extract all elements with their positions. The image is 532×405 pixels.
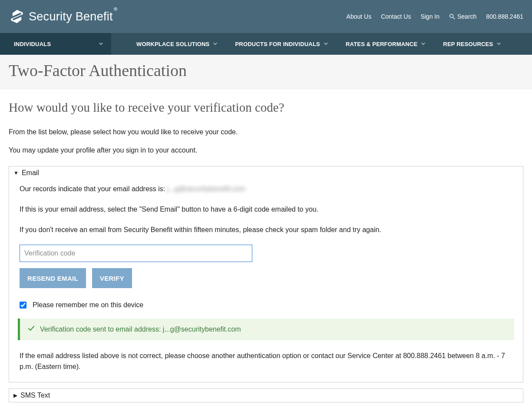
accordion-email-header[interactable]: ▼ Email [9,166,523,179]
chevron-down-icon [324,41,328,47]
about-us-link[interactable]: About Us [347,13,372,20]
nav-bar: INDIVIDUALS WORKPLACE SOLUTIONS PRODUCTS… [0,33,532,55]
remember-checkbox[interactable] [20,302,26,309]
svg-line-1 [453,17,455,19]
search-icon [449,13,455,20]
remember-label[interactable]: Please remember me on this device [33,301,143,309]
intro-line-1: From the list below, please select how y… [9,127,523,137]
sign-in-link[interactable]: Sign In [420,13,439,20]
intro-line-2: You may update your profile after you si… [9,145,523,156]
nav-rep-resources[interactable]: REP RESOURCES [434,33,510,55]
success-alert: Verification code sent to email address:… [18,319,514,340]
masked-email: j...g@securitybenefit.com [167,185,245,193]
triangle-right-icon: ▶ [13,392,17,398]
remember-row: Please remember me on this device [20,301,512,309]
page-title: Two-Factor Authentication [9,61,523,80]
records-line: Our records indicate that your email add… [20,184,512,195]
top-links: About Us Contact Us Sign In Search 800.8… [347,13,523,20]
search-link[interactable]: Search [449,13,476,20]
brand[interactable]: Security Benefit® [10,9,117,24]
main-content: How would you like to receive your verif… [0,89,532,405]
verify-button[interactable]: VERIFY [92,268,132,288]
question-heading: How would you like to receive your verif… [9,100,523,115]
brand-name: Security Benefit® [29,10,117,23]
accordion-sms-label: SMS Text [20,392,50,399]
nav-individuals[interactable]: INDIVIDUALS [0,33,111,55]
contact-us-link[interactable]: Contact Us [381,13,411,20]
nav-rates-performance[interactable]: RATES & PERFORMANCE [337,33,434,55]
svg-point-0 [450,14,453,18]
button-row: RESEND EMAIL VERIFY [20,268,512,288]
instruction-line: If this is your email address, select th… [20,204,512,215]
chevron-down-icon [496,41,501,47]
nav-workplace-solutions[interactable]: WORKPLACE SOLUTIONS [128,33,226,55]
resend-email-button[interactable]: RESEND EMAIL [20,268,86,288]
chevron-down-icon [421,41,426,47]
verification-code-input[interactable] [20,245,252,262]
chevron-down-icon [213,41,218,47]
success-message: Verification code sent to email address:… [40,325,241,333]
footer-note: If the email address listed above is not… [20,351,512,372]
accordion-email-label: Email [22,169,39,177]
intro-text: From the list below, please select how y… [9,127,523,156]
accordion-email-body: Our records indicate that your email add… [9,179,523,382]
header-phone: 800.888.2461 [486,13,523,20]
triangle-down-icon: ▼ [13,170,19,176]
title-bar: Two-Factor Authentication [0,55,532,89]
accordion-email: ▼ Email Our records indicate that your e… [9,166,523,382]
check-icon [28,325,35,334]
accordion-sms: ▶ SMS Text [9,388,523,402]
top-header: Security Benefit® About Us Contact Us Si… [0,0,532,33]
chevron-down-icon [99,41,103,47]
nav-products-for-individuals[interactable]: PRODUCTS FOR INDIVIDUALS [226,33,337,55]
spam-note-line: If you don't receive an email from Secur… [20,225,512,236]
brand-logo-icon [10,9,24,24]
accordion-sms-header[interactable]: ▶ SMS Text [9,389,523,402]
